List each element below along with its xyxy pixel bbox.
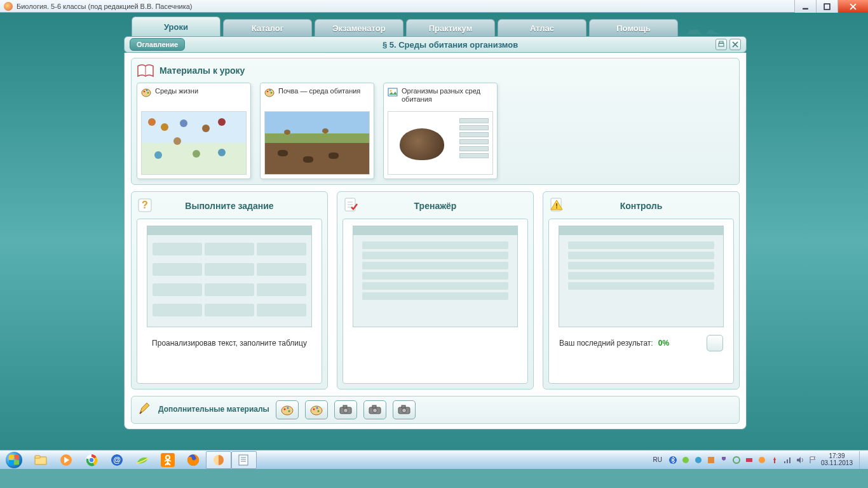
result-box [707,335,723,351]
windows-orb-icon [6,452,22,468]
extras-label: Дополнительные материалы [158,405,269,414]
control-card[interactable]: Ваш последний результат: 0% [548,219,734,384]
extra-button-2[interactable] [305,400,328,419]
svg-point-50 [695,457,702,463]
start-button[interactable] [0,451,28,470]
svg-point-9 [267,91,269,93]
extra-button-4[interactable] [363,400,386,419]
taskbar-ok[interactable] [155,451,180,469]
question-icon: ? [137,197,153,214]
tray-icon-6[interactable] [745,456,754,464]
page-title: § 5. Среды обитания организмов [185,40,715,50]
svg-point-31 [372,409,377,413]
taskbar-app-active-1[interactable] [206,451,231,469]
tray-icon-8[interactable] [770,456,779,464]
svg-point-54 [759,457,765,463]
svg-rect-57 [787,459,788,463]
window-title: Биология. 5-6 классы (под редакцией В.В.… [17,3,193,10]
svg-point-24 [313,409,315,410]
main-tabs: Уроки Каталог Экзаменатор Практикум Атла… [124,17,747,37]
close-button[interactable] [837,0,868,13]
tray-lang[interactable]: RU [650,456,664,463]
assignment-preview [147,226,312,327]
tray-icon-1[interactable] [681,456,690,464]
tray-icon-4[interactable] [719,456,728,464]
svg-rect-56 [784,461,785,463]
svg-point-52 [733,457,740,463]
pencil-icon [138,402,152,418]
decoration-silhouette [684,23,722,36]
svg-point-7 [147,92,149,94]
tray-network-icon[interactable] [783,456,792,464]
svg-point-13 [390,90,392,92]
material-card-2[interactable]: Почва — среда обитания [260,83,374,179]
tab-atlas[interactable]: Атлас [498,19,587,37]
tab-lessons[interactable]: Уроки [132,17,220,37]
tray-volume-icon[interactable] [796,456,804,464]
material-card-1[interactable]: Среды жизни [137,83,251,179]
material-card-1-title: Среды жизни [155,87,198,107]
content-panel: Материалы к уроку Среды жизни [124,53,747,430]
material-card-3[interactable]: Организмы разных сред обитания [383,83,498,179]
tab-catalog[interactable]: Каталог [223,19,312,37]
maximize-button[interactable] [816,0,837,13]
svg-text:!: ! [555,202,558,210]
material-thumb-1 [141,111,247,175]
tray-clock[interactable]: 17:39 03.11.2013 [821,453,853,466]
image-icon [388,87,398,97]
toc-button[interactable]: Оглавление [130,38,185,51]
svg-point-21 [287,407,288,409]
system-tray: RU 17:39 03.11.2013 [650,451,868,469]
material-thumb-3 [388,111,493,175]
tray-icon-2[interactable] [694,456,703,464]
tray-date: 03.11.2013 [821,460,853,467]
control-heading: Контроль [620,201,663,211]
extra-button-5[interactable] [393,400,416,419]
close-panel-button[interactable] [729,39,741,50]
svg-rect-47 [239,455,248,465]
taskbar-mail[interactable]: @ [104,451,130,469]
trainer-preview [353,226,518,327]
tray-icon-5[interactable] [732,456,741,464]
svg-point-25 [316,407,318,409]
taskbar-explorer[interactable] [28,451,53,469]
result-value: 0% [658,339,669,348]
palette-icon [141,87,151,97]
extras-bar: Дополнительные материалы [131,396,740,424]
tab-examiner[interactable]: Экзаменатор [315,19,403,37]
svg-rect-53 [746,458,752,462]
svg-rect-12 [388,88,397,96]
control-preview [559,226,724,327]
svg-point-22 [288,410,290,412]
svg-rect-32 [372,405,376,408]
print-button[interactable] [715,39,727,50]
taskbar-firefox[interactable] [180,451,206,469]
show-desktop-button[interactable] [859,451,864,469]
assignment-caption: Проанализировав текст, заполните таблицу [152,339,307,348]
checklist-icon [342,197,359,214]
material-thumb-2 [264,111,370,175]
taskbar-app-green[interactable] [130,451,155,469]
trainer-card[interactable] [342,219,528,384]
tab-practicum[interactable]: Практикум [406,19,495,37]
palette-icon [264,87,275,97]
tab-help[interactable]: Помощь [589,19,678,37]
svg-rect-58 [789,458,790,463]
taskbar-chrome[interactable] [79,451,104,469]
svg-point-49 [682,457,689,463]
svg-rect-35 [402,405,405,408]
extra-button-3[interactable] [334,400,357,419]
taskbar-mediaplayer[interactable] [53,451,79,469]
minimize-button[interactable] [794,0,816,13]
extra-button-1[interactable] [276,400,299,419]
taskbar-app-active-2[interactable] [231,451,257,469]
assignment-card[interactable]: Проанализировав текст, заполните таблицу [137,219,322,384]
svg-point-11 [271,92,273,94]
materials-heading: Материалы к уроку [159,65,245,76]
svg-point-34 [402,409,406,413]
tray-bluetooth-icon[interactable] [668,456,677,464]
tray-icon-3[interactable] [707,456,715,464]
svg-text:?: ? [142,200,148,210]
tray-flag-icon[interactable] [808,456,817,464]
tray-icon-7[interactable] [757,456,766,464]
